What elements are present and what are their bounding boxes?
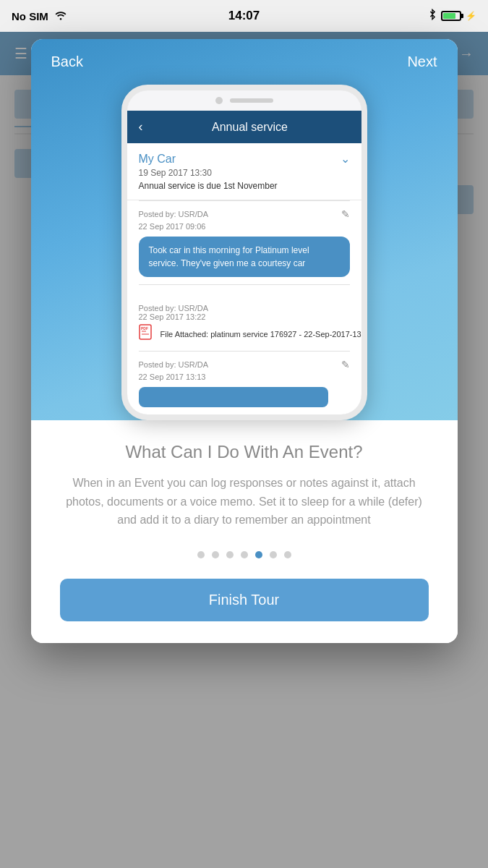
- chevron-down-icon: ⌄: [341, 152, 350, 166]
- attachment-item: Posted by: USR/DA 22 Sep 2017 13:22 PDF: [127, 285, 361, 351]
- modal-description: When in an Event you can log responses o…: [60, 474, 429, 529]
- phone-content: My Car ⌄ 19 Sep 2017 13:30 Annual servic…: [127, 143, 361, 414]
- dot-1: [197, 551, 205, 558]
- pagination-dots: [60, 551, 429, 558]
- phone-mockup: ‹ Annual service My Car ⌄ 19 Sep 2017 13…: [121, 85, 367, 420]
- event-header: My Car ⌄ 19 Sep 2017 13:30 Annual servic…: [127, 143, 361, 200]
- back-button[interactable]: Back: [51, 54, 83, 70]
- event-date: 19 Sep 2017 13:30: [139, 168, 350, 178]
- post-meta-1: Posted by: USR/DA 22 Sep 2017 09:06 ✎: [139, 208, 350, 232]
- modal-overlay: Back Next ‹ Annual service: [0, 32, 488, 868]
- bluetooth-icon: [428, 9, 437, 23]
- edit-icon-3: ✎: [341, 359, 350, 370]
- event-description: Annual service is due 1st November: [139, 181, 350, 191]
- modal-card: Back Next ‹ Annual service: [31, 39, 458, 643]
- time-display: 14:07: [228, 9, 260, 23]
- attachment-name: File Attached: platinum service 176927 -…: [160, 330, 367, 339]
- modal-nav: Back Next: [51, 54, 437, 70]
- finish-tour-button[interactable]: Finish Tour: [60, 579, 429, 621]
- dot-5-active: [255, 551, 262, 558]
- post-item-3: Posted by: USR/DA 22 Sep 2017 13:13 ✎: [127, 352, 361, 414]
- phone-back-icon: ‹: [139, 119, 143, 135]
- attachment-meta: Posted by: USR/DA 22 Sep 2017 13:22: [139, 304, 367, 321]
- post-item-1: Posted by: USR/DA 22 Sep 2017 09:06 ✎ To…: [127, 201, 361, 284]
- pdf-icon: PDF: [139, 324, 152, 344]
- post-by-3: Posted by: USR/DA 22 Sep 2017 13:13: [139, 359, 209, 383]
- phone-app-title: Annual service: [150, 121, 350, 134]
- phone-app-header: ‹ Annual service: [127, 111, 361, 143]
- modal-body: What Can I Do With An Event? When in an …: [31, 420, 458, 643]
- post-bubble-1: Took car in this morning for Platinum le…: [139, 237, 350, 277]
- post-by-1: Posted by: USR/DA 22 Sep 2017 09:06: [139, 208, 209, 232]
- dot-2: [212, 551, 219, 558]
- charging-icon: ⚡: [466, 11, 476, 21]
- dot-4: [241, 551, 248, 558]
- next-button[interactable]: Next: [407, 54, 437, 70]
- dot-6: [270, 551, 277, 558]
- phone-camera: [215, 97, 223, 104]
- battery-icon: [441, 11, 461, 21]
- phone-app: ‹ Annual service My Car ⌄ 19 Sep 2017 13…: [127, 111, 361, 414]
- phone-speaker: [230, 98, 273, 103]
- carrier-label: No SIM: [12, 10, 48, 22]
- edit-icon-1: ✎: [341, 208, 350, 220]
- status-left: No SIM: [12, 10, 67, 22]
- post-meta-3: Posted by: USR/DA 22 Sep 2017 13:13 ✎: [139, 359, 350, 383]
- vehicle-name: My Car: [139, 153, 176, 166]
- wifi-icon: [54, 10, 67, 22]
- dot-7: [284, 551, 291, 558]
- dot-3: [226, 551, 234, 558]
- status-right: ⚡: [428, 9, 476, 23]
- modal-title: What Can I Do With An Event?: [60, 442, 429, 462]
- phone-top-bar: [127, 90, 361, 111]
- event-title: My Car ⌄: [139, 152, 350, 166]
- modal-header: Back Next ‹ Annual service: [31, 39, 458, 420]
- status-bar: No SIM 14:07 ⚡: [0, 0, 488, 32]
- svg-text:PDF: PDF: [141, 326, 148, 331]
